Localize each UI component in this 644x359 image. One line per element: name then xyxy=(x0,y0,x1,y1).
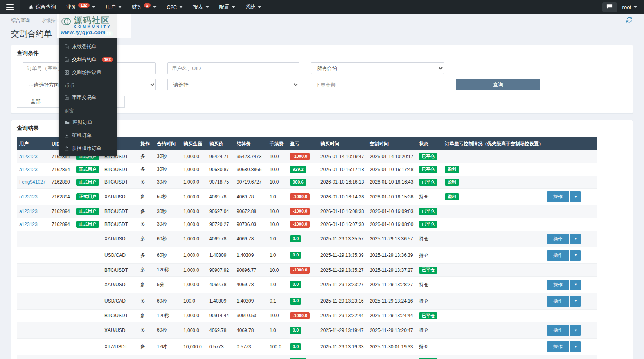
menu-item-delivery-contract-orders[interactable]: 交割合约单163 xyxy=(59,53,117,66)
cell-buy-amount: 1,000.0 xyxy=(181,218,207,231)
user-type-badge: 正式用户 xyxy=(76,166,99,173)
row-action-button[interactable]: 操作▼ xyxy=(547,191,581,202)
pnl-badge: -1000.0 xyxy=(290,312,310,319)
cell-buy-price: 90845.42 xyxy=(207,355,234,359)
nav-item-business[interactable]: 业务182 xyxy=(61,0,101,14)
row-action-button[interactable]: 操作▼ xyxy=(547,341,581,352)
cell-direction: 多 xyxy=(138,150,155,163)
user-uid-input[interactable] xyxy=(167,62,299,74)
nav-item-system[interactable]: 系统 xyxy=(240,0,266,14)
cell-status: 已平仓 xyxy=(417,309,443,322)
action-caret-button[interactable]: ▼ xyxy=(570,325,581,336)
cell-fee: 1.0 xyxy=(267,247,288,263)
cell-pnl: -1000.0 xyxy=(288,205,318,218)
cell-actions xyxy=(544,205,597,218)
cell-pnl: 0.0 xyxy=(288,247,318,263)
cell-settle-time: 2026-01-10 16:16:43 xyxy=(367,176,417,189)
watermark: 源码社区 COMMUNITY www.lyjqyb.com xyxy=(57,14,131,38)
cell-fee: 10.0 xyxy=(267,205,288,218)
user-link[interactable]: a123123 xyxy=(19,222,38,227)
table-row: a1231237162894正式用户BTC/USDT多30秒1,000.0906… xyxy=(17,205,597,218)
cell-settle-price: 4069.78 xyxy=(234,189,267,205)
menu-item-wealth-orders[interactable]: 理财订单 xyxy=(59,116,117,129)
user-link[interactable]: a123123 xyxy=(19,154,38,159)
file-icon xyxy=(65,57,69,62)
cell-user xyxy=(17,263,49,276)
action-button-label[interactable]: 操作 xyxy=(547,250,569,261)
user-type-badge: 正式用户 xyxy=(76,221,99,228)
table-row: XAU/USD多60秒1,000.04069.784069.781.00.020… xyxy=(17,322,597,339)
cell-settle-time: 2026-01-10 16:09:03 xyxy=(367,205,417,218)
refresh-icon xyxy=(626,17,632,24)
chat-button[interactable] xyxy=(602,2,617,12)
row-action-button[interactable]: 操作▼ xyxy=(547,325,581,336)
cell-settle-price: 90910.53 xyxy=(234,309,267,322)
action-caret-button[interactable]: ▼ xyxy=(570,341,581,352)
order-amount-input[interactable] xyxy=(311,79,444,90)
action-caret-button[interactable]: ▼ xyxy=(570,234,581,244)
cell-settle-time: 2025-11-29 13:36:39 xyxy=(367,247,417,263)
pnl-control-badge: 盈利 xyxy=(445,166,459,173)
menu-item-spot-trade-orders[interactable]: 币币交易单 xyxy=(59,91,117,104)
menu-item-miner-orders[interactable]: 矿机订单 xyxy=(59,129,117,142)
nav-item-finance[interactable]: 财务2 xyxy=(127,0,162,14)
menu-item-perpetual-entrust-orders[interactable]: 永续委托单 xyxy=(59,40,117,53)
cell-user-type xyxy=(74,247,102,263)
action-caret-button[interactable]: ▼ xyxy=(570,280,581,290)
nav-item-c2c[interactable]: C2C xyxy=(162,0,188,14)
action-button-label[interactable]: 操作 xyxy=(547,234,569,244)
search-button[interactable]: 查询 xyxy=(456,79,540,90)
status-select[interactable]: 请选择 xyxy=(167,79,299,90)
action-button-label[interactable]: 操作 xyxy=(547,296,569,307)
menu-item-pledge-orders[interactable]: 质押借币订单 xyxy=(59,142,117,155)
user-link[interactable]: a123123 xyxy=(19,209,38,214)
nav-item-user[interactable]: 用户 xyxy=(101,0,127,14)
cell-user-type xyxy=(74,276,102,293)
user-menu[interactable]: root xyxy=(622,4,637,10)
column-header: 手续费 xyxy=(267,137,288,150)
cell-settle-price: 4069.78 xyxy=(234,276,267,293)
cell-buy-time: 2025-11-29 13:19:47 xyxy=(318,322,367,339)
user-link[interactable]: a123123 xyxy=(19,167,38,172)
cell-status: 持仓 xyxy=(417,247,443,263)
hamburger-menu-button[interactable] xyxy=(0,0,20,14)
nav-item-overview[interactable]: 综合查询 xyxy=(23,0,61,14)
contract-select[interactable]: 所有合约 xyxy=(311,62,444,74)
action-button-label[interactable]: 操作 xyxy=(547,341,569,352)
refresh-button[interactable] xyxy=(626,17,632,24)
row-action-button[interactable]: 操作▼ xyxy=(547,296,581,307)
cell-pnl: -1000.0 xyxy=(288,309,318,322)
cell-user xyxy=(17,309,49,322)
cell-uid: 7162894 xyxy=(49,189,74,205)
pnl-badge: 929.2 xyxy=(290,166,306,173)
tab-all[interactable]: 全部 xyxy=(17,96,54,107)
action-button-label[interactable]: 操作 xyxy=(547,191,569,202)
pnl-badge: -1000.0 xyxy=(290,267,310,274)
action-button-label[interactable]: 操作 xyxy=(547,325,569,336)
action-caret-button[interactable]: ▼ xyxy=(570,296,581,307)
action-button-label[interactable]: 操作 xyxy=(547,280,569,290)
action-caret-button[interactable]: ▼ xyxy=(570,250,581,261)
cell-buy-price: 90907.92 xyxy=(207,263,234,276)
nav-item-report[interactable]: 报表 xyxy=(188,0,214,14)
nav-item-config[interactable]: 配置 xyxy=(214,0,240,14)
user-link[interactable]: a123123 xyxy=(19,194,38,200)
user-link[interactable]: Feng941027 xyxy=(19,179,45,185)
navbar-right: root xyxy=(602,0,644,14)
row-action-button[interactable]: 操作▼ xyxy=(547,280,581,290)
breadcrumb-item-overview[interactable]: 综合查询 xyxy=(11,17,30,24)
pnl-badge: -1000.0 xyxy=(290,221,310,228)
cell-user xyxy=(17,276,49,293)
cell-direction: 多 xyxy=(138,322,155,339)
cell-user-type xyxy=(74,309,102,322)
nav-badge: 182 xyxy=(78,3,90,8)
row-action-button[interactable]: 操作▼ xyxy=(547,234,581,244)
pnl-badge: 900.6 xyxy=(290,179,306,186)
cell-contract-period: 120秒 xyxy=(155,309,181,322)
menu-item-delivery-risk-settings[interactable]: 交割场控设置 xyxy=(59,66,117,79)
cell-settle-price: 90680.8865 xyxy=(234,163,267,176)
menu-section-spot: 币币 xyxy=(59,79,117,91)
row-action-button[interactable]: 操作▼ xyxy=(547,250,581,261)
action-caret-button[interactable]: ▼ xyxy=(570,191,581,202)
pnl-badge: -1000.0 xyxy=(290,153,310,160)
